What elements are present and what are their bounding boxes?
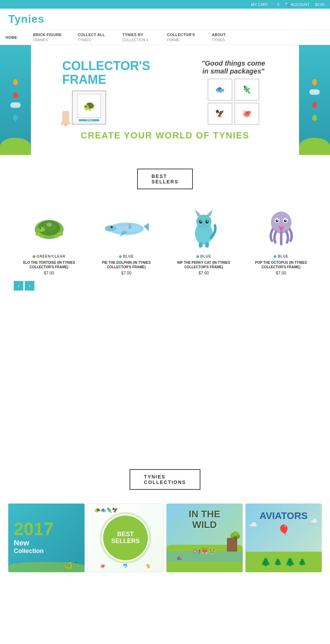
- carousel-next-button[interactable]: ›: [25, 281, 34, 291]
- carousel-controls: ‹ ›: [14, 281, 316, 291]
- nav-brick-figure-frames[interactable]: BRICK FIGURE FRAMES: [30, 30, 75, 45]
- tree-1: 🌲: [261, 557, 271, 567]
- collection-bestsellers-content: BEST SELLERS 🐢🐟🦎🦅 🐙🐬🐈: [88, 504, 163, 572]
- search-icon[interactable]: 🔍: [285, 2, 289, 7]
- nav-about-tynies[interactable]: ABOUT TYNIES: [209, 30, 254, 45]
- collection-year: 2017: [14, 521, 54, 537]
- nav-tynies-sub[interactable]: TYNIES: [78, 37, 117, 43]
- right-balloon-1: [312, 79, 317, 85]
- logo[interactable]: Tynies: [8, 13, 44, 25]
- collection-2017-content: 2017 New Collection 🐠🦎: [8, 504, 85, 572]
- balloon-icon-2: [13, 92, 18, 98]
- globe-ring: [100, 512, 151, 564]
- carousel-prev-button[interactable]: ‹: [14, 281, 23, 291]
- nav-home[interactable]: HOME: [3, 30, 30, 45]
- hero-content-row: COLLECTOR'S FRAME 🐢 Tynies "G: [38, 59, 292, 125]
- svg-point-26: [199, 220, 202, 224]
- cat-svg: [187, 206, 221, 248]
- svg-point-13: [113, 225, 140, 232]
- product-name-cat: NIP THE PERKY CAT (IN TYNIES COLLECTOR'S…: [168, 260, 239, 269]
- cart-count: 0: [277, 2, 279, 7]
- product-card-octopus[interactable]: BLUE POP THE OCTOPUS (IN TYNIES COLLECTO…: [246, 203, 316, 275]
- collection-new-word: New: [14, 539, 29, 547]
- product-card-dolphin[interactable]: BLUE PIE THE DOLPHIN (IN TYNIES COLLECTO…: [91, 203, 162, 275]
- cart-label: MY CART: [251, 2, 268, 7]
- hero-main-content: COLLECTOR'S FRAME 🐢 Tynies "G: [31, 45, 299, 155]
- right-green-hill: [299, 138, 330, 155]
- tynies-brand-bar: Tynies: [79, 119, 99, 121]
- top-bar: MY CART 🛒 0 🔍 ACCOUNT $0.00: [0, 0, 330, 9]
- nav-about-label[interactable]: ABOUT: [212, 32, 251, 37]
- wild-title: IN THEWILD: [189, 509, 220, 530]
- nav-home-label[interactable]: HOME: [6, 35, 28, 40]
- svg-point-17: [111, 226, 113, 228]
- nav-collectors-label[interactable]: COLLECTOR'S: [167, 32, 206, 37]
- hero-quote: "Good things come in small packages": [199, 59, 268, 75]
- product-card-cat[interactable]: BLUE NIP THE PERKY CAT (IN TYNIES COLLEC…: [168, 203, 239, 275]
- frame-cell-1: 🐟: [208, 79, 232, 101]
- cloud-icon: [10, 102, 21, 108]
- svg-point-41: [285, 220, 286, 221]
- collections-button[interactable]: TYNIES COLLECTIONS: [130, 469, 200, 490]
- svg-point-16: [105, 225, 116, 231]
- svg-point-10: [40, 228, 41, 229]
- nav-tynies-by-collection[interactable]: TYNIES BY COLLECTION ▾: [120, 30, 164, 45]
- best-sellers-button[interactable]: BESTSELLERS: [137, 169, 193, 189]
- svg-marker-15: [144, 223, 149, 231]
- nav-about-tynies-sub[interactable]: TYNIES: [212, 37, 251, 43]
- cart-icon: 🛒: [270, 2, 275, 7]
- color-dot-cat: [196, 255, 199, 258]
- aviators-title: AVIATORS: [260, 510, 308, 521]
- nav-brick-figure-label[interactable]: BRICK FIGURE: [33, 32, 72, 37]
- balloon-icon-3: [13, 115, 18, 121]
- frame-cell-2: 🦎: [234, 79, 259, 101]
- hero-title: COLLECTOR'S FRAME: [62, 59, 150, 86]
- product-image-cat: [168, 203, 239, 251]
- svg-point-42: [279, 227, 283, 231]
- nav-frames-sub[interactable]: FRAMES: [33, 37, 72, 43]
- deco-top-animals: 🐢🐟🦎🦅: [95, 507, 118, 513]
- collection-card-wild[interactable]: IN THEWILD 🐿️🦊🐸 🌳 🪨: [166, 504, 243, 572]
- product-image-dolphin: [91, 203, 162, 251]
- octopus-svg: [262, 208, 300, 246]
- product-name-tortoise: SLO THE TORTOISE (IN TYNIES COLLECTOR'S …: [14, 260, 84, 269]
- hero-banner: COLLECTOR'S FRAME 🐢 Tynies "G: [0, 45, 330, 155]
- svg-point-8: [39, 235, 44, 238]
- svg-point-11: [46, 223, 52, 227]
- color-label-octopus: BLUE: [278, 255, 288, 258]
- cloud-deco-2: ☁️: [310, 517, 318, 526]
- product-image-tortoise: [14, 203, 84, 251]
- product-price-dolphin: $7.00: [91, 271, 162, 275]
- color-dot-octopus: [274, 255, 276, 258]
- right-balloon-2: [312, 102, 317, 108]
- svg-point-40: [277, 220, 278, 221]
- svg-point-5: [38, 227, 45, 232]
- collection-card-best-sellers[interactable]: BEST SELLERS 🐢🐟🦎🦅 🐙🐬🐈: [87, 504, 164, 572]
- collection-card-aviators[interactable]: AVIATORS ☁️ ☁️ 🌲 🌲 🌲 🌲 🎈: [245, 504, 322, 572]
- products-section: GREEN/CLEAR SLO THE TORTOISE (IN TYNIES …: [0, 196, 330, 297]
- cart-info[interactable]: MY CART 🛒 0: [251, 2, 279, 7]
- tree-2: 🌲: [274, 558, 282, 566]
- nav-collection-sub[interactable]: COLLECTION ▾: [122, 37, 162, 43]
- product-image-octopus: [246, 203, 316, 251]
- collection-collection-word: Collection: [14, 547, 44, 555]
- green-hill: [0, 138, 31, 155]
- hero-right-decoration: [299, 45, 330, 155]
- svg-point-9: [54, 235, 59, 238]
- nav-collectors-frame[interactable]: COLLECTOR'S FRAME: [164, 30, 209, 45]
- hero-left-text: COLLECTOR'S FRAME 🐢 Tynies: [62, 59, 150, 125]
- nav-tynies-by-label[interactable]: TYNIES BY: [122, 32, 162, 37]
- account-link[interactable]: ACCOUNT: [291, 2, 309, 7]
- collections-grid: 2017 New Collection 🐠🦎 BEST SELLERS 🐢🐟🦎🦅: [8, 504, 322, 572]
- nav-collect-all-label[interactable]: COLLECT ALL: [78, 32, 117, 37]
- logo-bar: Tynies: [0, 9, 330, 30]
- collection-card-2017[interactable]: 2017 New Collection 🐠🦎: [8, 504, 85, 572]
- right-balloon-3: [312, 115, 317, 121]
- product-card-tortoise[interactable]: GREEN/CLEAR SLO THE TORTOISE (IN TYNIES …: [14, 203, 84, 275]
- product-color-cat: BLUE: [168, 255, 239, 258]
- collections-title-line1: TYNIES: [144, 474, 166, 479]
- frame-cell-4: 🐙: [234, 103, 259, 125]
- nav-frame-sub[interactable]: FRAME: [167, 37, 206, 43]
- ground-area: 🌲 🌲 🌲 🌲: [245, 552, 322, 572]
- nav-collect-all[interactable]: COLLECT ALL TYNIES: [75, 30, 120, 45]
